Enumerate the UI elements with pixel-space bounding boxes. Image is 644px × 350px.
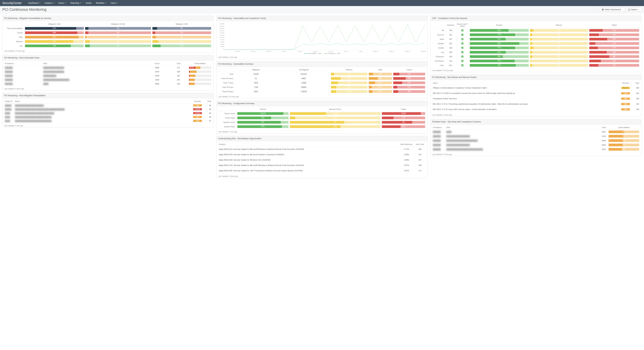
table-row[interactable]: Apply MS15-132: Security Update for Micr…	[218, 163, 426, 168]
table-row[interactable]: All 765 66% 6% 27%	[432, 28, 640, 33]
bar-cell[interactable]: 6%	[530, 47, 588, 49]
bar-cell[interactable]: 66%	[237, 117, 288, 119]
table-row[interactable]: Check Ratio 66% 6% 27%	[218, 116, 426, 120]
bar-cell[interactable]: 13%	[393, 86, 425, 89]
bar-cell[interactable]: 19%	[369, 73, 392, 75]
bar-cell[interactable]: 43990	[382, 112, 425, 115]
bar-cell[interactable]: 27%	[589, 29, 639, 32]
bar-cell[interactable]: 82%	[25, 40, 84, 43]
table-row[interactable]: Low78%7%14%	[4, 44, 212, 48]
bar-cell[interactable]: 10%	[152, 40, 211, 43]
bar-cell[interactable]: 36%	[589, 38, 639, 41]
bar-cell[interactable]: 66%	[470, 29, 529, 32]
table-row[interactable]: Past 60 Days 9842118535 14% 16% 16%	[218, 89, 426, 94]
table-row[interactable]: Past 24 Hours 818860 26% 39% 39%	[218, 76, 426, 81]
bar-cell[interactable]: 4%	[530, 64, 588, 67]
bar-cell[interactable]: 657	[237, 121, 288, 124]
bar-cell[interactable]: 3%	[530, 38, 588, 41]
bar-cell[interactable]: 77%	[470, 47, 529, 49]
table-row[interactable]: Compliance Check Test Error High 160	[432, 96, 640, 101]
bar-cell[interactable]: 78%	[25, 45, 84, 47]
bar-cell[interactable]: 35%	[589, 51, 639, 54]
bar-cell[interactable]: 18%	[589, 64, 639, 67]
bar-cell[interactable]: 27%	[382, 117, 425, 119]
bar-cell[interactable]: 23%	[589, 60, 639, 62]
table-row[interactable]: Apply MS16-014: Security Update for Micr…	[218, 146, 426, 152]
bar-cell[interactable]: 43%	[382, 125, 425, 128]
table-row[interactable]: Apply MS16-035: Security Update for .NET…	[218, 168, 426, 173]
table-row[interactable]: System Count 657 427 325	[218, 120, 426, 124]
table-row[interactable]: Disable 231 84% 4% 12%	[432, 41, 640, 46]
bar-cell[interactable]: 7%	[85, 40, 151, 43]
bar-cell[interactable]: 985	[608, 131, 639, 133]
bar-cell[interactable]: 16%	[369, 90, 392, 93]
bar-cell[interactable]: 4%	[530, 51, 588, 54]
bar-cell[interactable]: 4%	[530, 55, 588, 58]
bar-cell[interactable]: 6%	[152, 36, 211, 39]
table-row[interactable]: User 211 78% 4% 18%	[432, 63, 640, 68]
nav-users[interactable]: Users	[110, 2, 118, 4]
table-row[interactable]: ██████ ██████████████████ 1042 929	[432, 143, 640, 147]
table-row[interactable]: ██████ ████ 1097 985	[432, 130, 640, 134]
bar-cell[interactable]: 56%	[290, 125, 380, 128]
bar-cell[interactable]: 19%	[393, 73, 425, 75]
bar-cell[interactable]: 56%	[470, 55, 529, 58]
table-row[interactable]: Log 216 61% 4% 35%	[432, 50, 640, 55]
bar-cell[interactable]: 1%	[530, 60, 588, 62]
bar-cell[interactable]: 325	[382, 121, 425, 124]
table-row[interactable]: Past 30 Days 718889089 14% 13% 13%	[218, 85, 426, 89]
bar-cell[interactable]: 39%	[393, 77, 425, 80]
table-row[interactable]: BSI-100-2: S 4.21: Preventing unauthoris…	[432, 101, 640, 107]
bar-cell[interactable]: 4%	[530, 34, 588, 36]
bar-cell[interactable]: 39%	[369, 77, 392, 80]
table-row[interactable]: Critical89%5%5%	[4, 31, 212, 35]
bar-cell[interactable]: 84%	[470, 42, 529, 45]
bar-cell[interactable]: 76%	[470, 60, 529, 62]
table-row[interactable]: ████ ████████████████████████████ High 4…	[4, 115, 212, 119]
bar-cell[interactable]: 107375	[237, 112, 288, 115]
table-row[interactable]: Total Vulnerabilities87%5%8%	[4, 26, 212, 31]
bar-cell[interactable]: 14%	[331, 86, 367, 89]
bar-cell[interactable]: 28%	[369, 82, 392, 84]
nav-scans[interactable]: Scans	[58, 2, 66, 4]
table-row[interactable]: ██████ ██████████████████ 1134 967	[432, 134, 640, 138]
table-row[interactable]: █████ ██████████████████████ High 50	[4, 104, 212, 108]
bar-cell[interactable]: 6%	[530, 29, 588, 32]
bar-cell[interactable]: 12%	[589, 42, 639, 45]
table-row[interactable]: ██████ ████████████████████████████ 1078…	[432, 147, 640, 152]
bar-cell[interactable]: 10155	[290, 112, 380, 115]
bar-cell[interactable]: 886	[608, 148, 639, 151]
table-row[interactable]: █████ ██████████████████████████████████…	[4, 107, 212, 111]
table-row[interactable]: Medium82%7%10%	[4, 39, 212, 44]
bar-cell[interactable]: 91%	[25, 36, 84, 39]
bar-cell[interactable]: 19%	[589, 34, 639, 36]
table-row[interactable]: VMware vCenter/vSphere Compliance Checks…	[432, 85, 640, 91]
bar-cell[interactable]: 5%	[152, 32, 211, 34]
bar-cell[interactable]: 40%	[589, 55, 639, 58]
bar-cell[interactable]: 929	[608, 144, 639, 146]
table-row[interactable]: Audit 137 61% 3% 36%	[432, 37, 640, 41]
bar-cell[interactable]: 8%	[152, 27, 211, 30]
bar-cell[interactable]: 87%	[25, 27, 84, 30]
bar-cell[interactable]: 4%	[530, 42, 588, 45]
table-row[interactable]: Past 7 Days 280313886 19% 28% 28%	[218, 81, 426, 85]
bar-cell[interactable]: 5%	[85, 27, 151, 30]
bar-cell[interactable]: 13%	[369, 86, 392, 89]
table-row[interactable]: BSI-100-2: S 4.13: Every GID must be uni…	[432, 107, 640, 112]
table-row[interactable]: Password 210 56% 4% 40%	[432, 55, 640, 59]
bar-cell[interactable]: 77%	[470, 34, 529, 36]
table-row[interactable]: System Ratio 87% 56% 43%	[218, 124, 426, 129]
bar-cell[interactable]: 78%	[470, 64, 529, 67]
bar-cell[interactable]: 19%	[331, 82, 367, 84]
bar-cell[interactable]: 967	[608, 135, 639, 138]
bar-cell[interactable]: 61%	[470, 38, 529, 41]
bar-cell[interactable]: 16%	[393, 90, 425, 93]
nav-analysis[interactable]: Analysis	[45, 2, 54, 4]
switch-dashboard-button[interactable]: Switch Dashboard	[600, 8, 625, 12]
table-row[interactable]: Permission 114 76% 1% 23%	[432, 59, 640, 63]
table-row[interactable]: High91%2%6%	[4, 35, 212, 39]
table-row[interactable]: Enable 130 77% 6% 17%	[432, 46, 640, 50]
bar-cell[interactable]: 14%	[152, 45, 211, 47]
table-row[interactable]: ████ ██████████████████████████████ Crit…	[4, 111, 212, 115]
table-row[interactable]: ████ ████████████████████████████ High 4…	[4, 119, 212, 123]
